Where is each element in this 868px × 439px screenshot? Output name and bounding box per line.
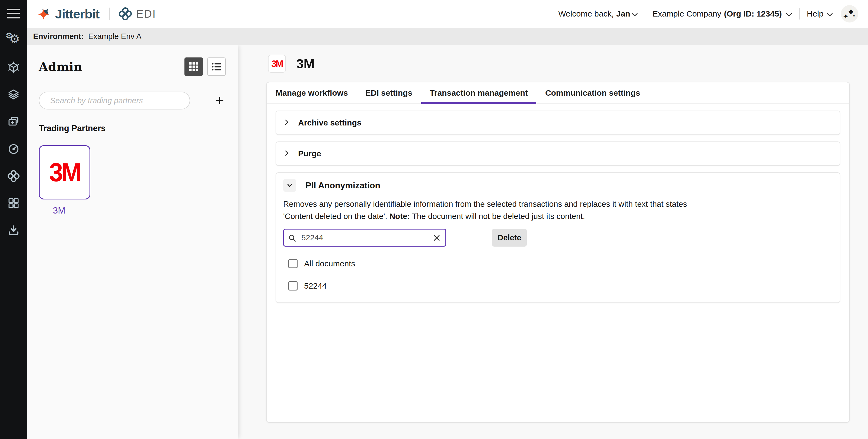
3m-logo: 3M [49, 158, 80, 187]
pii-search-row: Delete [283, 229, 833, 246]
tab-communication-settings[interactable]: Communication settings [537, 82, 649, 103]
environment-label: Environment: [33, 32, 84, 41]
ai-assistant-button[interactable]: ✦ ✦ ✦ [841, 5, 858, 23]
partner-header: 3M 3M [268, 55, 315, 73]
cube-icon [7, 61, 20, 74]
chevron-down-icon [286, 182, 293, 189]
note-label: Note: [390, 212, 410, 221]
help-menu[interactable]: Help [807, 9, 833, 19]
gauge-icon [7, 142, 20, 156]
org-menu[interactable]: Example Company (Org ID: 12345) [652, 9, 792, 19]
accordion-pii-anonymization: PII Anonymization Removes any personally… [276, 172, 840, 303]
clear-search-icon[interactable] [433, 234, 440, 243]
edi-logo-icon [118, 7, 132, 21]
rail-item-dashboard[interactable] [0, 135, 27, 163]
list-view-button[interactable] [207, 58, 226, 76]
accordion-title: PII Anonymization [305, 180, 380, 191]
edi-knot-icon [7, 170, 20, 183]
welcome-text: Welcome back, [558, 9, 614, 19]
checkbox-row-all-documents: All documents [288, 259, 833, 268]
pii-description: Removes any personally identifiable info… [283, 198, 833, 222]
gears-icon: ⚙⚙ [6, 34, 21, 48]
transaction-search-box [283, 229, 446, 246]
accordion-archive-settings[interactable]: Archive settings [276, 110, 840, 135]
partner-card-label: 3M [27, 205, 91, 216]
pii-description-line1: Removes any personally identifiable info… [283, 198, 833, 210]
header-divider [799, 8, 800, 20]
checkbox-row-52244: 52244 [288, 281, 833, 291]
rail-item-api-manager[interactable] [0, 81, 27, 108]
partner-logo-chip: 3M [268, 55, 286, 73]
partner-search-box [39, 92, 190, 109]
help-label: Help [807, 9, 824, 19]
rail-item-management[interactable]: ⚙⚙ [0, 27, 27, 54]
page-title: 3M [296, 56, 315, 71]
edi-product-label: EDI [136, 8, 156, 20]
rail-item-app-builder[interactable] [0, 108, 27, 135]
hamburger-icon [7, 9, 20, 19]
app-rail: ⚙⚙ [0, 0, 27, 439]
download-icon [7, 224, 20, 237]
layers-icon [7, 88, 20, 101]
user-name: Jan [616, 9, 630, 19]
pii-description-line2: 'Content deleted on the date'. Note: The… [283, 210, 833, 222]
trading-partners-heading: Trading Partners [27, 124, 238, 133]
grid-view-button[interactable] [184, 58, 203, 76]
accordion-title: Archive settings [298, 118, 361, 127]
environment-value: Example Env A [88, 32, 142, 41]
brand-group: Jitterbit EDI [37, 6, 156, 22]
top-header: Jitterbit EDI Welcome back, Jan Example … [27, 0, 868, 28]
list-icon [211, 61, 222, 72]
brand-wordmark: Jitterbit [55, 6, 99, 22]
rail-item-marketplace[interactable] [0, 190, 27, 217]
checkbox-label: 52244 [304, 281, 327, 291]
rail-item-integration-studio[interactable] [0, 54, 27, 81]
main-content: 3M 3M Manage workflows EDI settings Tran… [238, 45, 868, 439]
partner-card-3m[interactable]: 3M [39, 145, 90, 199]
windows-plus-icon [7, 115, 20, 129]
account-group: Welcome back, Jan Example Company (Org I… [558, 5, 858, 23]
partner-search-input[interactable] [50, 96, 182, 105]
header-divider [645, 8, 645, 20]
chevron-right-icon [283, 150, 290, 158]
chevron-down-icon [786, 9, 792, 19]
admin-panel: Admin [27, 45, 238, 439]
document-52244-checkbox[interactable] [288, 281, 298, 291]
puzzle-icon [7, 197, 20, 210]
transaction-search-input[interactable] [301, 233, 428, 242]
environment-bar: Environment: Example Env A [27, 28, 868, 45]
accordion-purge[interactable]: Purge [276, 141, 840, 166]
chevron-right-icon [283, 119, 290, 127]
grid-icon [188, 62, 199, 72]
tab-transaction-management[interactable]: Transaction management [421, 82, 536, 103]
admin-panel-title: Admin [39, 60, 82, 74]
jitterbit-logo-icon [37, 6, 52, 22]
brand-separator [109, 8, 110, 20]
org-id: (Org ID: 12345) [724, 9, 782, 19]
app-screen: ⚙⚙ [0, 0, 868, 439]
search-icon [288, 234, 297, 243]
org-name: Example Company [652, 9, 721, 19]
tab-bar: Manage workflows EDI settings Transactio… [267, 82, 849, 104]
delete-button[interactable]: Delete [492, 229, 527, 246]
pii-accordion-header[interactable]: PII Anonymization [283, 179, 833, 192]
rail-item-edi[interactable] [0, 163, 27, 190]
chevron-down-icon [827, 9, 833, 19]
checkbox-label: All documents [304, 259, 355, 268]
hamburger-menu-button[interactable] [0, 0, 27, 27]
rail-item-downloads[interactable] [0, 217, 27, 244]
sections-list: Archive settings Purge [267, 104, 849, 303]
all-documents-checkbox[interactable] [288, 259, 298, 268]
3m-logo: 3M [271, 58, 282, 69]
user-menu[interactable]: Welcome back, Jan [558, 9, 638, 19]
view-toggles [184, 58, 226, 76]
collapse-button[interactable] [283, 179, 296, 192]
tab-manage-workflows[interactable]: Manage workflows [267, 82, 356, 103]
tab-edi-settings[interactable]: EDI settings [357, 82, 421, 103]
accordion-title: Purge [298, 149, 321, 158]
add-partner-button[interactable]: + [215, 93, 224, 108]
chevron-down-icon [632, 9, 638, 19]
partner-settings-card: Manage workflows EDI settings Transactio… [266, 82, 850, 423]
